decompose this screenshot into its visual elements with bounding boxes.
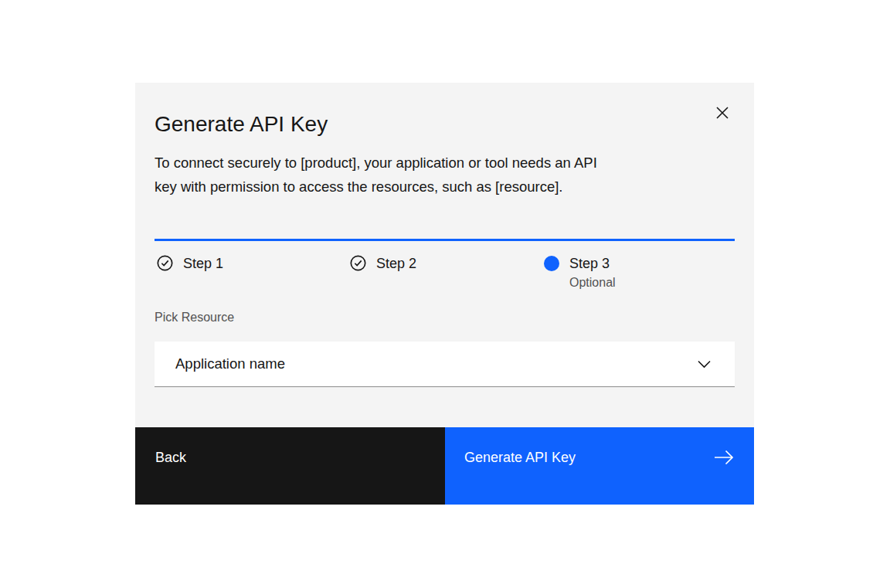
progress-step-2[interactable]: Step 2 (348, 255, 541, 291)
back-button-label: Back (155, 449, 186, 466)
progress-indicator: Step 1 Step 2 Step 3 Optional (155, 239, 735, 291)
generate-api-key-button[interactable]: Generate API Key (445, 427, 754, 505)
checkmark-outline-icon (350, 255, 366, 271)
checkmark-outline-icon (157, 255, 173, 271)
step-optional-label: Optional (569, 275, 616, 291)
progress-steps: Step 1 Step 2 Step 3 Optional (155, 255, 735, 291)
current-step-icon (544, 256, 559, 271)
generate-api-key-button-label: Generate API Key (464, 449, 576, 466)
step-label: Step 3 (569, 256, 610, 271)
chevron-down-icon (698, 360, 711, 369)
close-icon (715, 106, 729, 120)
modal-description: To connect securely to [product], your a… (155, 151, 726, 199)
step-label: Step 1 (183, 255, 223, 272)
dropdown-label: Pick Resource (155, 310, 234, 325)
step-text-group: Step 3 Optional (569, 255, 616, 291)
arrow-right-icon (714, 450, 734, 465)
generate-api-key-modal: Generate API Key To connect securely to … (135, 83, 754, 505)
step-label: Step 2 (376, 255, 416, 272)
dropdown-selected-value: Application name (175, 355, 285, 372)
modal-title: Generate API Key (155, 110, 328, 138)
modal-footer: Back Generate API Key (135, 427, 754, 505)
resource-dropdown[interactable]: Application name (155, 342, 735, 387)
back-button[interactable]: Back (135, 427, 445, 505)
progress-line (155, 239, 735, 241)
close-button[interactable] (704, 94, 741, 131)
progress-step-3[interactable]: Step 3 Optional (541, 255, 735, 291)
progress-step-1[interactable]: Step 1 (155, 255, 348, 291)
